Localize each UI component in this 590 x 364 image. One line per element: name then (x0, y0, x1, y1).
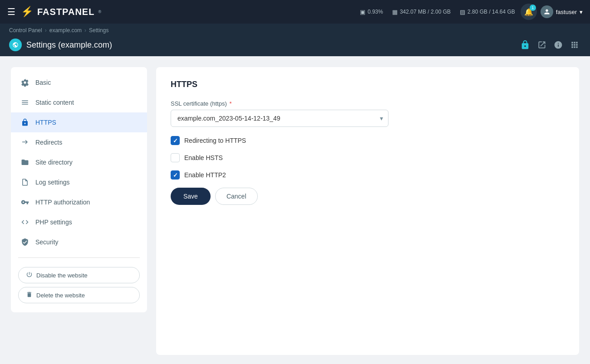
redirect-icon (20, 137, 30, 147)
page-title-text: Settings (example.com) (26, 40, 112, 50)
sidebar-item-basic[interactable]: Basic (11, 73, 147, 92)
power-icon (26, 271, 33, 279)
lock-icon (20, 117, 30, 127)
topnav: ☰ ⚡ FASTPANEL ® ▣ 0.93% ▦ 342.07 MB / 2.… (0, 0, 590, 24)
hamburger-button[interactable]: ☰ (7, 6, 15, 17)
sidebar-item-php-settings-label: PHP settings (35, 218, 72, 226)
ssl-field-group: SSL certificate (https) * example.com_20… (171, 100, 565, 127)
main-content: Basic Static content HTTPS Redirects Sit… (0, 56, 590, 364)
lock-green-button[interactable] (518, 38, 532, 52)
disk-icon: ▨ (460, 9, 465, 15)
notifications-button[interactable]: 🔔 1 (521, 4, 537, 20)
username-label: fastuser (556, 9, 577, 15)
checkbox-http2[interactable] (171, 170, 180, 180)
logo-text: FASTPANEL (37, 7, 94, 17)
checkbox-row-http2: Enable HTTP2 (171, 170, 565, 180)
page-title-row: Settings (example.com) (9, 35, 581, 56)
external-link-button[interactable] (536, 39, 548, 51)
sidebar-item-redirects-label: Redirects (35, 139, 62, 146)
cpu-icon: ▣ (360, 9, 365, 15)
checkbox-redirect-https-label: Redirecting to HTTPS (184, 137, 246, 144)
checkbox-row-hsts: Enable HSTS (171, 153, 565, 162)
sidebar: Basic Static content HTTPS Redirects Sit… (11, 67, 147, 312)
sidebar-item-site-directory-label: Site directory (35, 159, 73, 166)
checkbox-redirect-https[interactable] (171, 136, 180, 145)
disable-website-button[interactable]: Disable the website (18, 267, 140, 283)
folder-icon (20, 157, 30, 167)
topnav-stats: ▣ 0.93% ▦ 342.07 MB / 2.00 GB ▨ 2.80 GB … (360, 9, 515, 15)
sidebar-item-static-content-label: Static content (35, 99, 74, 106)
disk-value: 2.80 GB / 14.64 GB (467, 9, 515, 15)
sidebar-item-redirects[interactable]: Redirects (11, 132, 147, 152)
sidebar-divider (18, 257, 140, 258)
ram-icon: ▦ (392, 9, 398, 15)
breadcrumb-sep-2: › (84, 27, 86, 34)
sidebar-item-basic-label: Basic (35, 79, 51, 86)
sidebar-item-php-settings[interactable]: PHP settings (11, 212, 147, 232)
form-actions: Save Cancel (171, 188, 565, 205)
notification-badge: 1 (530, 5, 536, 11)
breadcrumb-example-com[interactable]: example.com (49, 27, 82, 34)
sidebar-item-security-label: Security (35, 238, 59, 246)
sidebar-item-https[interactable]: HTTPS (11, 112, 147, 132)
breadcrumb-control-panel[interactable]: Control Panel (9, 27, 42, 34)
cpu-value: 0.93% (368, 9, 383, 15)
header-actions (518, 38, 581, 52)
log-icon (20, 177, 30, 187)
user-menu-button[interactable]: fastuser ▾ (541, 5, 583, 18)
trash-icon (26, 291, 33, 299)
sidebar-item-https-label: HTTPS (35, 119, 56, 126)
logo-icon: ⚡ (21, 6, 34, 18)
disable-website-label: Disable the website (36, 272, 88, 279)
info-button[interactable] (552, 39, 565, 51)
ram-stat: ▦ 342.07 MB / 2.00 GB (392, 9, 451, 15)
save-button[interactable]: Save (171, 188, 211, 205)
topnav-actions: 🔔 1 fastuser ▾ (521, 4, 583, 20)
page-title: Settings (example.com) (9, 39, 112, 51)
ram-value: 342.07 MB / 2.00 GB (400, 9, 451, 15)
checkbox-group: Redirecting to HTTPS Enable HSTS Enable … (171, 136, 565, 180)
logo: ⚡ FASTPANEL ® (21, 6, 102, 18)
grid-button[interactable] (568, 39, 581, 51)
ssl-label: SSL certificate (https) * (171, 100, 565, 107)
sidebar-item-log-settings-label: Log settings (35, 179, 70, 186)
avatar (541, 5, 553, 18)
content-panel: HTTPS SSL certificate (https) * example.… (156, 67, 579, 355)
sidebar-action-group: Disable the website Delete the website (11, 263, 147, 307)
breadcrumb-sep-1: › (45, 27, 47, 34)
static-icon (20, 97, 30, 107)
sidebar-item-static-content[interactable]: Static content (11, 92, 147, 112)
key-icon (20, 197, 30, 207)
ssl-required: * (229, 100, 231, 107)
ssl-select-wrapper: example.com_2023-05-14-12-13_49 ▾ (171, 110, 388, 127)
user-chevron-icon: ▾ (580, 9, 583, 15)
section-title: HTTPS (171, 80, 565, 89)
breadcrumb-current: Settings (89, 27, 108, 34)
delete-website-label: Delete the website (36, 292, 85, 299)
delete-website-button[interactable]: Delete the website (18, 287, 140, 303)
breadcrumb: Control Panel › example.com › Settings (9, 27, 581, 34)
page-title-icon (9, 39, 22, 51)
sidebar-item-site-directory[interactable]: Site directory (11, 152, 147, 172)
sidebar-item-security[interactable]: Security (11, 232, 147, 252)
php-icon (20, 217, 30, 227)
checkbox-hsts[interactable] (171, 153, 180, 162)
checkbox-row-redirect-https: Redirecting to HTTPS (171, 136, 565, 145)
security-icon (20, 237, 30, 247)
cpu-stat: ▣ 0.93% (360, 9, 383, 15)
disk-stat: ▨ 2.80 GB / 14.64 GB (460, 9, 515, 15)
breadcrumb-bar: Control Panel › example.com › Settings S… (0, 24, 590, 56)
sidebar-item-http-auth[interactable]: HTTP authorization (11, 192, 147, 212)
cancel-button[interactable]: Cancel (215, 188, 258, 205)
checkbox-hsts-label: Enable HSTS (184, 154, 223, 161)
checkbox-http2-label: Enable HTTP2 (184, 171, 226, 179)
sidebar-item-log-settings[interactable]: Log settings (11, 172, 147, 192)
sidebar-item-http-auth-label: HTTP authorization (35, 199, 90, 206)
settings-icon (20, 78, 30, 87)
ssl-select[interactable]: example.com_2023-05-14-12-13_49 (171, 110, 388, 127)
